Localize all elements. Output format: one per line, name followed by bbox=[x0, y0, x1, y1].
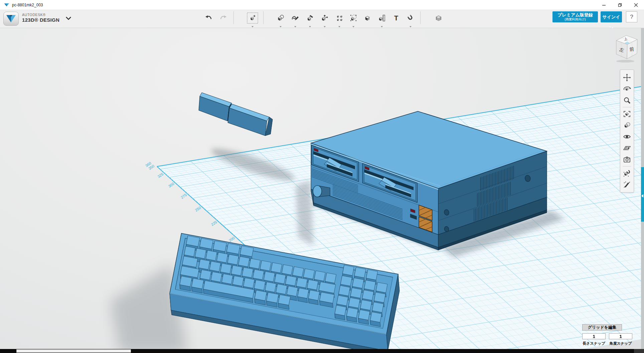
angle-snap-input[interactable] bbox=[609, 333, 632, 339]
main-toolbar: AUTODESK® 123D® DESIGN bbox=[0, 10, 644, 28]
taskbar-tray[interactable] bbox=[634, 349, 644, 353]
angle-snap-label: 角度スナップ bbox=[609, 341, 632, 346]
sign-in-button[interactable]: サインイン bbox=[601, 11, 622, 22]
text-button[interactable]: T bbox=[392, 14, 400, 22]
title-bar: pc-8801mk2_003 bbox=[0, 0, 644, 10]
view-cube[interactable]: 上 左 前 bbox=[611, 29, 643, 64]
autodesk-123d-logo bbox=[3, 12, 19, 26]
toolbar-separator bbox=[233, 11, 234, 24]
material-view-icon[interactable] bbox=[621, 120, 633, 131]
edit-grid-button[interactable]: グリッドを編集 bbox=[582, 324, 622, 331]
front-panel-bars[interactable] bbox=[199, 93, 273, 136]
dropdown-arrow-icon bbox=[338, 26, 340, 27]
restore-button[interactable] bbox=[612, 0, 628, 10]
nav-separator bbox=[623, 166, 631, 166]
dropdown-arrow-icon bbox=[280, 26, 282, 27]
length-snap-label: 長さスナップ bbox=[582, 341, 606, 346]
grid-axis-label: 275 bbox=[180, 193, 187, 200]
minimize-button[interactable] bbox=[596, 0, 612, 10]
dropdown-arrow-icon bbox=[410, 26, 412, 27]
object-snap-icon[interactable] bbox=[621, 167, 633, 179]
right-panel-rail bbox=[641, 28, 644, 349]
grid-axis-label: 225 bbox=[210, 220, 218, 227]
sketch-button[interactable] bbox=[291, 14, 299, 22]
length-snap-input[interactable] bbox=[582, 333, 606, 339]
undo-button[interactable] bbox=[205, 14, 213, 22]
snap-button[interactable] bbox=[407, 14, 415, 22]
expand-arrow-icon bbox=[641, 194, 643, 198]
viewport-canvas[interactable]: 36035032530027525022520017515012510075 bbox=[0, 28, 644, 349]
grid-axis-label: 325 bbox=[157, 172, 164, 179]
grid-axis-label: 250 bbox=[194, 206, 202, 212]
construct-button[interactable] bbox=[306, 14, 314, 22]
sketch-toggle-icon[interactable] bbox=[621, 179, 633, 190]
pan-icon[interactable] bbox=[621, 72, 633, 83]
toolbar-separator bbox=[420, 11, 421, 24]
visibility-icon[interactable] bbox=[621, 131, 633, 142]
taskbar-app-button[interactable] bbox=[16, 349, 131, 353]
view-cube-top-label[interactable]: 上 bbox=[623, 37, 628, 41]
zoom-icon[interactable] bbox=[621, 95, 633, 106]
window-title: pc-8801mk2_003 bbox=[12, 0, 43, 10]
group-button[interactable] bbox=[349, 14, 357, 22]
dropdown-arrow-icon bbox=[381, 26, 383, 27]
grid-visibility-icon[interactable] bbox=[621, 142, 633, 154]
dropdown-arrow-icon bbox=[252, 26, 254, 27]
grid-panel: グリッドを編集 長さスナップ 角度スナップ bbox=[581, 324, 635, 349]
premium-register-button[interactable]: プレミアム版登録 (商業利用向け) bbox=[552, 11, 598, 22]
nav-separator bbox=[623, 107, 631, 107]
menu-chevron-icon[interactable] bbox=[65, 16, 71, 21]
fit-view-icon[interactable] bbox=[621, 108, 633, 120]
toolbar-separator bbox=[263, 11, 264, 24]
grid-axis-label: 300 bbox=[168, 182, 175, 188]
pattern-button[interactable] bbox=[335, 14, 343, 22]
grid-axis-label: 200 bbox=[228, 236, 235, 242]
primitives-button[interactable] bbox=[277, 14, 285, 22]
orbit-icon[interactable] bbox=[621, 83, 633, 95]
brand-text: AUTODESK® 123D® DESIGN bbox=[22, 13, 59, 23]
redo-button[interactable] bbox=[219, 14, 227, 22]
dropdown-arrow-icon bbox=[309, 26, 311, 27]
combine-button[interactable] bbox=[363, 14, 371, 22]
move-tool-button[interactable] bbox=[249, 14, 257, 22]
close-button[interactable] bbox=[628, 0, 644, 10]
modify-button[interactable] bbox=[321, 14, 329, 22]
os-taskbar[interactable] bbox=[0, 349, 644, 353]
navigation-toolbar bbox=[620, 70, 634, 193]
measure-button[interactable] bbox=[378, 14, 386, 22]
help-button[interactable]: ? bbox=[626, 11, 637, 22]
viewport: 36035032530027525022520017515012510075 上… bbox=[0, 28, 644, 349]
dropdown-arrow-icon bbox=[324, 26, 326, 27]
dropdown-arrow-icon bbox=[294, 26, 296, 27]
svg-text:T: T bbox=[394, 14, 398, 22]
material-button[interactable] bbox=[435, 14, 443, 22]
screenshot-icon[interactable] bbox=[621, 154, 633, 165]
panel-expand-handle[interactable] bbox=[641, 167, 644, 222]
app-icon bbox=[4, 2, 9, 9]
dropdown-arrow-icon bbox=[352, 26, 354, 27]
view-cube-front-label[interactable]: 前 bbox=[629, 46, 634, 52]
